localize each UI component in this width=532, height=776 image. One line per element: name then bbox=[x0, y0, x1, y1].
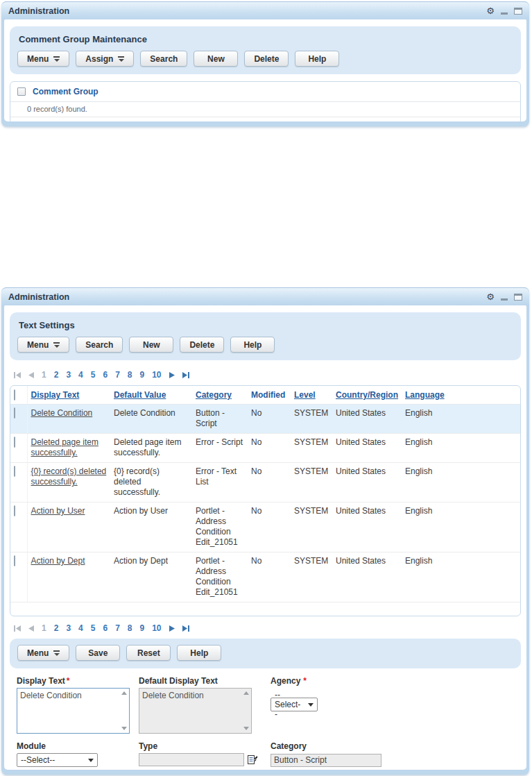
page-number[interactable]: 9 bbox=[140, 623, 145, 633]
page-number[interactable]: 4 bbox=[78, 623, 83, 633]
page-number[interactable]: 7 bbox=[115, 370, 120, 380]
last-page-icon[interactable] bbox=[182, 625, 189, 632]
column-header-level[interactable]: Level bbox=[291, 386, 332, 405]
maximize-icon[interactable] bbox=[514, 8, 522, 15]
minimize-icon[interactable] bbox=[501, 12, 508, 15]
page-number[interactable]: 2 bbox=[54, 370, 59, 380]
column-header-default-value[interactable]: Default Value bbox=[110, 386, 192, 405]
display-text-textarea[interactable]: Delete Condition bbox=[17, 689, 120, 732]
category-input[interactable] bbox=[271, 754, 381, 767]
page-number[interactable]: 5 bbox=[91, 370, 96, 380]
first-page-icon[interactable] bbox=[14, 372, 21, 378]
select-all-checkbox[interactable] bbox=[17, 87, 26, 96]
type-lookup-icon[interactable] bbox=[247, 754, 258, 766]
window-comment-group: Administration ⚙ Comment Group Maintenan… bbox=[1, 1, 529, 126]
default-display-text-textarea[interactable]: Delete Condition bbox=[139, 689, 242, 732]
agency-select[interactable]: --Select-- bbox=[271, 698, 318, 711]
modified-cell: No bbox=[248, 463, 291, 503]
page-number[interactable]: 3 bbox=[66, 370, 71, 380]
default-display-text-textarea-wrap: Delete Condition bbox=[139, 688, 252, 734]
country-cell: United States bbox=[332, 434, 402, 463]
maximize-icon[interactable] bbox=[514, 294, 522, 301]
textarea-scrollbar[interactable] bbox=[120, 690, 128, 732]
text-settings-grid: Display Text Default Value Category Modi… bbox=[10, 385, 521, 616]
display-text-textarea-wrap: Delete Condition bbox=[17, 688, 130, 734]
help-button[interactable]: Help bbox=[230, 337, 275, 353]
table-row[interactable]: {0} record(s) deleted successfully. {0} … bbox=[10, 463, 520, 503]
default-display-text-label: Default Display Text bbox=[139, 676, 271, 686]
column-header-display-text[interactable]: Display Text bbox=[27, 386, 110, 405]
reset-button[interactable]: Reset bbox=[126, 645, 171, 661]
table-row[interactable]: Action by User Action by User Portlet - … bbox=[10, 503, 520, 553]
search-button[interactable]: Search bbox=[140, 51, 187, 67]
table-row[interactable]: Action by Dept Action by Dept Portlet - … bbox=[10, 553, 520, 602]
comment-group-column-header[interactable]: Comment Group bbox=[33, 87, 98, 96]
table-row[interactable]: Delete Condition Delete Condition Button… bbox=[10, 405, 520, 434]
settings-icon[interactable]: ⚙ bbox=[486, 292, 495, 301]
display-text-link[interactable]: Deleted page item successfully. bbox=[31, 437, 98, 457]
help-button[interactable]: Help bbox=[295, 51, 339, 67]
page-number[interactable]: 6 bbox=[103, 370, 108, 380]
select-all-checkbox[interactable] bbox=[14, 389, 15, 400]
window-title: Administration bbox=[8, 292, 69, 302]
page-number[interactable]: 2 bbox=[54, 623, 59, 633]
page-number[interactable]: 9 bbox=[140, 370, 145, 380]
first-page-icon[interactable] bbox=[14, 625, 21, 632]
settings-icon[interactable]: ⚙ bbox=[486, 6, 495, 15]
textarea-scrollbar[interactable] bbox=[242, 690, 250, 732]
page-number[interactable]: 10 bbox=[152, 370, 161, 380]
help-button[interactable]: Help bbox=[177, 645, 221, 661]
row-checkbox[interactable] bbox=[14, 505, 15, 516]
minimize-icon[interactable] bbox=[501, 298, 508, 301]
display-text-link[interactable]: Action by Dept bbox=[31, 556, 85, 566]
page-number[interactable]: 8 bbox=[128, 370, 132, 380]
next-page-icon[interactable] bbox=[169, 372, 175, 378]
display-text-link[interactable]: {0} record(s) deleted successfully. bbox=[31, 466, 107, 487]
delete-button[interactable]: Delete bbox=[244, 51, 289, 67]
required-marker: * bbox=[67, 676, 70, 686]
row-checkbox[interactable] bbox=[14, 466, 15, 477]
page-number[interactable]: 6 bbox=[103, 623, 108, 633]
page-number[interactable]: 10 bbox=[152, 623, 161, 633]
row-checkbox[interactable] bbox=[14, 437, 15, 448]
page-number[interactable]: 4 bbox=[78, 370, 83, 380]
chevron-down-icon bbox=[308, 703, 314, 707]
titlebar[interactable]: Administration ⚙ bbox=[1, 287, 529, 305]
module-label: Module bbox=[17, 741, 139, 751]
section-title: Text Settings bbox=[19, 320, 513, 330]
row-checkbox[interactable] bbox=[14, 555, 15, 566]
category-label: Category bbox=[271, 741, 515, 751]
window-body: Comment Group Maintenance Menu Assign Se… bbox=[4, 19, 526, 121]
menu-button[interactable]: Menu bbox=[17, 51, 69, 67]
column-header-category[interactable]: Category bbox=[192, 386, 248, 405]
next-page-icon[interactable] bbox=[169, 625, 175, 632]
assign-button[interactable]: Assign bbox=[76, 51, 134, 67]
search-button[interactable]: Search bbox=[76, 337, 123, 353]
type-input[interactable] bbox=[139, 753, 244, 766]
display-text-link[interactable]: Delete Condition bbox=[31, 408, 93, 418]
prev-page-icon[interactable] bbox=[28, 372, 34, 378]
page-number[interactable]: 8 bbox=[128, 623, 132, 633]
menu-button[interactable]: Menu bbox=[17, 645, 69, 661]
new-button[interactable]: New bbox=[129, 337, 173, 353]
page-number[interactable]: 7 bbox=[115, 623, 120, 633]
titlebar[interactable]: Administration ⚙ bbox=[1, 1, 529, 19]
prev-page-icon[interactable] bbox=[28, 625, 34, 632]
grid-header-row: Display Text Default Value Category Modi… bbox=[10, 386, 520, 405]
type-field: Type bbox=[139, 741, 271, 767]
save-button[interactable]: Save bbox=[76, 645, 120, 661]
agency-select-value: --Select-- bbox=[275, 690, 302, 719]
page-number[interactable]: 5 bbox=[91, 623, 96, 633]
column-header-language[interactable]: Language bbox=[402, 386, 520, 405]
menu-button[interactable]: Menu bbox=[17, 337, 69, 353]
category-cell: Error - Script bbox=[192, 434, 248, 463]
delete-button[interactable]: Delete bbox=[180, 337, 224, 353]
row-checkbox[interactable] bbox=[14, 407, 15, 419]
new-button[interactable]: New bbox=[194, 51, 238, 67]
column-header-country-region[interactable]: Country/Region bbox=[332, 386, 402, 405]
table-row[interactable]: Deleted page item successfully. Deleted … bbox=[10, 434, 520, 463]
last-page-icon[interactable] bbox=[182, 372, 189, 378]
page-number[interactable]: 3 bbox=[66, 623, 71, 633]
display-text-link[interactable]: Action by User bbox=[31, 506, 85, 516]
module-select[interactable]: --Select-- bbox=[17, 753, 98, 767]
